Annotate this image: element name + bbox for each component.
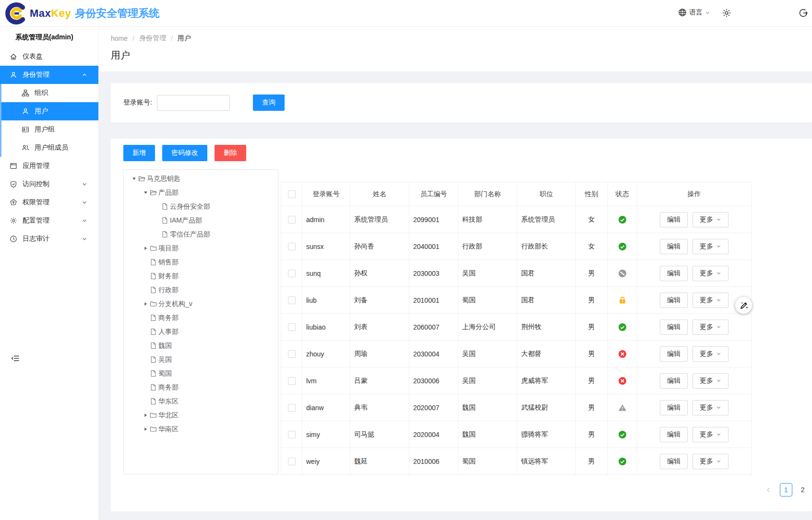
cell-actions: 编辑更多 (637, 233, 752, 260)
tree-node-财务部[interactable]: 财务部 (124, 269, 278, 283)
row-checkbox[interactable] (288, 458, 296, 465)
login-account-input[interactable] (157, 95, 230, 111)
edit-button[interactable]: 编辑 (660, 212, 688, 227)
cell-login: liub (302, 287, 350, 314)
more-button[interactable]: 更多 (693, 427, 728, 442)
more-button[interactable]: 更多 (693, 212, 728, 227)
caret-right-icon[interactable] (141, 301, 150, 307)
sidebar-item-配置管理[interactable]: 配置管理 (0, 212, 98, 230)
tree-node-华北区[interactable]: 华北区 (124, 408, 278, 422)
table-row-weiy: weiy魏延2010006蜀国镇远将军男编辑更多 (281, 448, 752, 475)
cell-status (608, 260, 637, 287)
tree-node-人事部[interactable]: 人事部 (124, 325, 278, 339)
tree-node-云身份安全部[interactable]: 云身份安全部 (124, 200, 278, 213)
tree-caret-spacer (141, 398, 150, 405)
row-checkbox[interactable] (288, 377, 296, 385)
sidebar-item-用户[interactable]: 用户 (1, 102, 98, 120)
cell-actions: 编辑更多 (637, 421, 752, 448)
tree-node-马克思钥匙[interactable]: 马克思钥匙 (124, 172, 278, 186)
more-button[interactable]: 更多 (693, 400, 728, 415)
edit-button[interactable]: 编辑 (660, 373, 688, 389)
tree-node-项目部[interactable]: 项目部 (124, 241, 278, 255)
pagination-prev-icon[interactable] (762, 483, 776, 496)
tree-node-商务部[interactable]: 商务部 (124, 311, 278, 325)
add-button[interactable]: 新增 (123, 145, 155, 161)
sidebar-item-权限管理[interactable]: 权限管理 (0, 193, 98, 212)
status-error-icon (618, 350, 627, 358)
row-checkbox[interactable] (288, 404, 296, 412)
more-button[interactable]: 更多 (693, 266, 728, 281)
edit-button[interactable]: 编辑 (660, 266, 688, 281)
edit-button[interactable]: 编辑 (660, 427, 688, 442)
edit-button[interactable]: 编辑 (660, 239, 688, 254)
file-icon (150, 286, 157, 294)
row-checkbox[interactable] (288, 323, 296, 331)
caret-right-icon[interactable] (141, 245, 150, 252)
more-button[interactable]: 更多 (693, 346, 728, 362)
sidebar-item-日志审计[interactable]: 日志审计 (0, 230, 98, 248)
tree-node-零信任产品部[interactable]: 零信任产品部 (124, 227, 278, 241)
sidebar-item-身份管理[interactable]: 身份管理 (0, 66, 98, 84)
floating-extension-button[interactable] (735, 297, 752, 314)
gear-icon[interactable] (722, 8, 731, 18)
delete-button[interactable]: 删除 (215, 145, 246, 161)
breadcrumb-home[interactable]: home (111, 35, 128, 42)
tree-node-华东区[interactable]: 华东区 (124, 394, 278, 408)
sidebar-item-访问控制[interactable]: 访问控制 (0, 175, 98, 193)
tree-node-销售部[interactable]: 销售部 (124, 255, 278, 269)
change-password-button[interactable]: 密码修改 (162, 145, 207, 161)
cell-login: lvm (302, 367, 350, 394)
tree-node-蜀国[interactable]: 蜀国 (124, 366, 278, 380)
caret-down-icon[interactable] (141, 189, 150, 196)
edit-button[interactable]: 编辑 (660, 319, 688, 335)
more-button[interactable]: 更多 (693, 293, 728, 308)
more-button[interactable]: 更多 (693, 239, 728, 254)
language-switcher[interactable]: 语言 (678, 8, 710, 17)
more-button[interactable]: 更多 (693, 454, 728, 469)
caret-right-icon[interactable] (141, 412, 150, 419)
folder-icon (150, 245, 157, 252)
sidebar-item-label: 仪表盘 (23, 52, 93, 61)
cell-status (608, 394, 637, 421)
edit-button[interactable]: 编辑 (660, 400, 688, 415)
logout-icon[interactable] (799, 8, 808, 18)
tree-node-吴国[interactable]: 吴国 (124, 353, 278, 366)
sidebar-item-仪表盘[interactable]: 仪表盘 (0, 47, 98, 66)
caret-right-icon[interactable] (141, 426, 150, 433)
select-all-checkbox[interactable] (288, 190, 296, 198)
row-checkbox[interactable] (288, 296, 296, 304)
more-button[interactable]: 更多 (693, 319, 728, 335)
sidebar-item-用户组[interactable]: 用户组 (1, 120, 98, 139)
idcard-icon (22, 126, 35, 133)
row-checkbox[interactable] (288, 216, 296, 224)
table-header-row: 登录账号姓名员工编号部门名称职位性别状态操作 (281, 182, 752, 206)
tree-node-分支机构_v[interactable]: 分支机构_v (124, 297, 278, 311)
caret-down-icon[interactable] (130, 176, 138, 182)
row-checkbox[interactable] (288, 431, 296, 438)
collapse-sidebar-icon[interactable] (11, 354, 20, 363)
row-checkbox[interactable] (288, 270, 296, 277)
table-row-liub: liub刘备2010001蜀国国君男编辑更多 (281, 287, 752, 314)
row-checkbox[interactable] (288, 350, 296, 358)
cell-empno: 2040001 (409, 233, 458, 260)
tree-node-产品部[interactable]: 产品部 (124, 186, 278, 200)
pagination-page-2[interactable]: 2 (797, 483, 809, 496)
edit-button[interactable]: 编辑 (660, 293, 688, 308)
query-button[interactable]: 查询 (253, 95, 285, 111)
tree-node-魏国[interactable]: 魏国 (124, 339, 278, 353)
more-button[interactable]: 更多 (693, 373, 728, 389)
edit-button[interactable]: 编辑 (660, 454, 688, 469)
pagination-page-1[interactable]: 1 (780, 483, 792, 496)
tree-node-IAM产品部[interactable]: IAM产品部 (124, 213, 278, 227)
tree-node-行政部[interactable]: 行政部 (124, 283, 278, 297)
sidebar-item-组织[interactable]: 组织 (1, 84, 98, 102)
edit-button[interactable]: 编辑 (660, 346, 688, 362)
sidebar-item-应用管理[interactable]: 应用管理 (0, 157, 98, 175)
tree-node-商务部[interactable]: 商务部 (124, 380, 278, 394)
row-checkbox[interactable] (288, 243, 296, 250)
breadcrumb-identity[interactable]: 身份管理 (139, 34, 166, 43)
tree-node-华南区[interactable]: 华南区 (124, 422, 278, 436)
chevron-down-icon (716, 297, 721, 303)
sidebar-item-用户组成员[interactable]: 用户组成员 (1, 139, 98, 157)
sidebar-item-label: 应用管理 (23, 162, 93, 170)
